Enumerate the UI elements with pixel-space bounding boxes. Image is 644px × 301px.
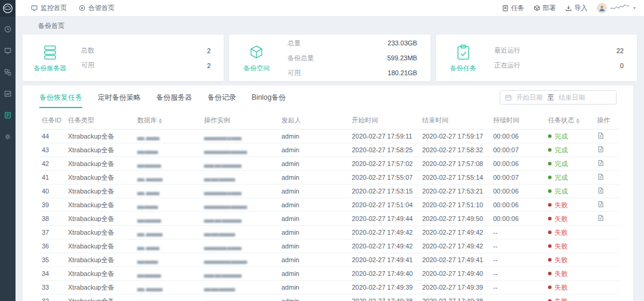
task-id: 43 [39, 143, 66, 157]
chart-image-icon[interactable] [4, 90, 12, 97]
date-range-picker[interactable]: 开始日期 至 结束日期 [500, 90, 617, 105]
initiator: admin [279, 185, 349, 198]
row-actions [595, 171, 619, 185]
action-label: 导入 [574, 4, 587, 13]
clipboard-check-icon [454, 44, 472, 62]
user-menu[interactable]: ▾ [597, 3, 636, 14]
duration: 00:00:07 [491, 171, 546, 185]
action-label: 任务 [511, 4, 524, 13]
start-time: 2020-02-27 17:51:04 [349, 198, 420, 212]
instance-masked: ▄▄▄ ▄▄ ▄▄▄▄▄▄ [202, 157, 279, 171]
column-header[interactable]: 持续时间 [491, 112, 546, 130]
tab[interactable]: 备份恢复任务 [39, 87, 82, 108]
task-type: Xtrabackup全备 [66, 143, 135, 157]
topbar: 监控首页 合管首页 任务 部署 导入 ▾ [16, 0, 644, 17]
dashboard-clock-icon[interactable] [4, 25, 12, 33]
gear-icon[interactable] [4, 133, 12, 140]
nav-label: 监控首页 [41, 4, 67, 13]
table-row: 44 Xtrabackup全备 ▄▄_▄▄▄▄ ▄▄▄▄▄▄▄ ▄ ▄▄▄ ad… [39, 130, 619, 143]
task-id: 33 [39, 281, 66, 294]
column-header[interactable]: 操作 [595, 112, 619, 130]
task-type: Xtrabackup全备 [66, 281, 135, 294]
stat-label: 总量 [287, 39, 301, 48]
status-badge: 完成 [546, 171, 595, 185]
end-time: 2020-02-27 17:49:42 [420, 226, 491, 239]
column-header[interactable]: 任务ID [39, 112, 66, 130]
instance-masked: ▄▄ ▄▄ ▄▄▄▄▄ [202, 226, 279, 239]
task-type: Xtrabackup全备 [66, 157, 135, 171]
table-row: 40 Xtrabackup全备 ▄▄_▄▄▄▄ ▄▄▄▄▄▄▄ ▄ ▄▄▄ ad… [39, 185, 619, 198]
column-header[interactable]: 任务类型 [66, 112, 135, 130]
column-header[interactable]: 开始时间 [349, 112, 420, 130]
log-file-icon[interactable] [597, 201, 604, 208]
task-id: 35 [39, 253, 66, 267]
table-row: 34 Xtrabackup全备 ▄▄ ▄▄▄▄▄ ▄▄▄ ▄▄ ▄▄▄▄▄▄ a… [39, 267, 619, 281]
status-badge: 失败 [546, 281, 595, 294]
column-header[interactable]: 结束时间 [420, 112, 491, 130]
status-badge: 失败 [546, 198, 595, 212]
calendar-icon [505, 94, 512, 101]
deploy-button[interactable]: 部署 [534, 4, 556, 13]
log-file-icon[interactable] [597, 187, 604, 194]
instance-masked: ▄▄▄▄▄▄▄▄ ▄▄▄▄▄ [202, 143, 279, 157]
duration: 00:00:06 [491, 157, 546, 171]
column-header[interactable]: 数据库 [135, 112, 202, 130]
stat-value: 2 [207, 47, 210, 54]
duration: -- [491, 281, 546, 294]
database-name-masked: ▄▄_▄▄▄▄▄ [135, 226, 202, 239]
end-time: 2020-02-27 17:49:39 [420, 281, 491, 294]
instance-masked: ▄▄ ▄▄ ▄▄▄▄▄ [202, 281, 279, 294]
task-type: Xtrabackup全备 [66, 130, 135, 143]
start-time: 2020-02-27 17:55:07 [349, 171, 420, 185]
backup-icon[interactable] [4, 111, 12, 119]
monitor-icon[interactable] [4, 47, 12, 54]
start-time: 2020-02-27 17:49:42 [349, 239, 420, 253]
cloud-logo-icon [2, 3, 13, 14]
status-badge: 失败 [546, 294, 595, 301]
card-label: 备份服务器 [34, 64, 67, 73]
stat-label: 备份总量 [287, 54, 314, 63]
task-type: Xtrabackup全备 [66, 171, 135, 185]
end-time: 2020-02-27 17:49:42 [420, 239, 491, 253]
log-file-icon[interactable] [597, 173, 604, 180]
tab[interactable]: Binlog备份 [252, 87, 286, 108]
task-id: 39 [39, 198, 66, 212]
start-time: 2020-02-27 17:49:39 [349, 281, 420, 294]
nav-monitor-home[interactable]: 监控首页 [31, 4, 67, 13]
log-file-icon[interactable] [597, 132, 604, 139]
monitor-home-icon [31, 5, 38, 11]
table-row: 33 Xtrabackup全备 ▄▄_▄▄▄▄▄ ▄▄ ▄▄ ▄▄▄▄▄ adm… [39, 281, 619, 294]
task-id: 32 [39, 294, 66, 301]
status-badge: 失败 [546, 226, 595, 239]
sort-caret-icon[interactable] [159, 118, 162, 124]
stat-value: 2 [207, 62, 210, 69]
tab[interactable]: 备份记录 [208, 87, 236, 108]
column-header[interactable]: 任务状态 [546, 112, 595, 130]
instance-masked: ▄▄▄ ▄▄ ▄▄▄▄▄▄ [202, 212, 279, 226]
column-header[interactable]: 操作实例 [202, 112, 279, 130]
app-logo[interactable] [0, 0, 16, 17]
log-file-icon[interactable] [597, 214, 604, 222]
duration: -- [491, 226, 546, 239]
column-header[interactable]: 发起人 [279, 112, 349, 130]
end-time: 2020-02-27 17:49:50 [420, 212, 491, 226]
initiator: admin [279, 143, 349, 157]
instance-masked: ▄▄▄ ▄▄ ▄▄▄▄▄▄ [202, 267, 279, 281]
sort-caret-icon[interactable] [576, 118, 580, 124]
initiator: admin [279, 294, 349, 301]
mgmt-home-icon [79, 5, 85, 11]
import-button[interactable]: 导入 [565, 4, 587, 13]
status-badge: 完成 [546, 143, 595, 157]
card-backup-tasks: 备份任务 最近运行22 正在运行0 [436, 35, 637, 81]
task-id: 38 [39, 212, 66, 226]
nav-mgmt-home[interactable]: 合管首页 [79, 4, 114, 13]
log-file-icon[interactable] [597, 146, 604, 153]
log-file-icon[interactable] [597, 159, 604, 167]
database-name-masked: ▄▄_▄▄▄▄ [135, 239, 202, 253]
tab[interactable]: 定时备份策略 [98, 87, 141, 108]
breadcrumb: 备份首页 [16, 17, 644, 35]
tab[interactable]: 备份服务器 [156, 87, 192, 108]
status-badge: 完成 [546, 157, 595, 171]
instances-icon[interactable] [4, 68, 12, 76]
tasks-button[interactable]: 任务 [502, 4, 524, 13]
